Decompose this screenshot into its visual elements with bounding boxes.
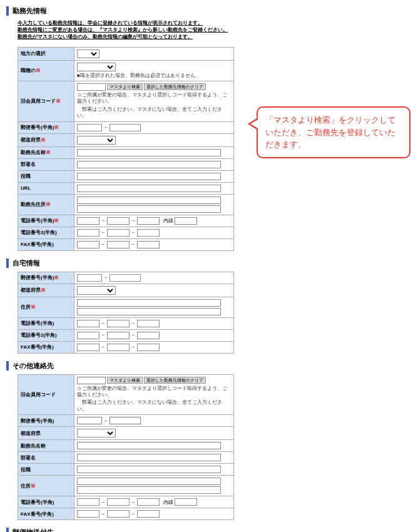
label-other-tel: 電話番号(半角) xyxy=(18,496,74,508)
home-fax-3[interactable] xyxy=(137,344,160,351)
workname-input[interactable] xyxy=(77,149,221,156)
otheraddr2-input[interactable] xyxy=(77,486,221,494)
code-input[interactable] xyxy=(77,83,106,91)
instruction-callout: 「マスタより検索」をクリックしていただき、ご勤務先を登録していただきます。 xyxy=(257,106,410,158)
other-form: 旧会員用コード マスタより検索 選択した勤務先情報のクリア ☆ご所属が変更の場合… xyxy=(18,374,234,521)
label-other-zip: 郵便番号(半角) xyxy=(18,415,74,427)
work-tel-2[interactable] xyxy=(107,217,130,225)
workaddr1-input[interactable] xyxy=(77,197,221,204)
other-dept-input[interactable] xyxy=(77,454,221,461)
label-occupation: 職種の※ xyxy=(18,60,74,81)
label-home-tel: 電話番号(半角) xyxy=(18,317,74,329)
section-title-post: 郵便物送付先 xyxy=(6,528,244,532)
code-note1: ☆ご所属が変更の場合、マスタより選択しコード取得するよう、ご協力ください。 xyxy=(77,92,231,105)
work-zip2-input[interactable] xyxy=(110,124,141,131)
home-tel-3[interactable] xyxy=(137,320,160,327)
label-other-pref: 都道府県 xyxy=(18,427,74,440)
other-tel-ext[interactable] xyxy=(175,498,197,506)
homeaddr1-input[interactable] xyxy=(77,299,221,307)
intro-line1: 今入力している勤務先情報は、学会に登録されている情報が表示されております。 xyxy=(18,19,244,26)
other-code-input[interactable] xyxy=(77,377,106,384)
label-workname: 勤務先名称※ xyxy=(18,146,74,158)
home-fax-1[interactable] xyxy=(77,344,99,351)
home-zip2-input[interactable] xyxy=(110,274,141,282)
label-other-addr: 住所※ xyxy=(18,476,74,496)
home-tel-1[interactable] xyxy=(77,320,99,327)
label-zip: 郵便番号(半角)※ xyxy=(18,121,74,133)
work-zip1-input[interactable] xyxy=(77,124,102,131)
home-fax-2[interactable] xyxy=(107,344,130,351)
label-tel2: 電話番号2(半角) xyxy=(18,227,74,238)
label-home-zip: 郵便番号(半角)※ xyxy=(18,272,74,284)
home-tel2-1[interactable] xyxy=(77,332,99,339)
work-tel-ext[interactable] xyxy=(175,217,197,225)
label-region: 地方の選択 xyxy=(18,47,74,60)
code-note2: 部署はご入力ください。マスタにない場合、全てご入力ください。 xyxy=(77,106,231,120)
section-title-other: その他連絡先 xyxy=(6,361,244,371)
label-position: 役職 xyxy=(18,170,74,182)
other-code-note1: ☆ご所属が変更の場合、マスタより選択しコード取得するよう、ご協力ください。 xyxy=(77,386,231,399)
position-input[interactable] xyxy=(77,173,221,180)
label-dept: 部署名 xyxy=(18,158,74,170)
otheraddr1-input[interactable] xyxy=(77,478,221,485)
other-pref-select[interactable] xyxy=(77,429,116,437)
other-fax-2[interactable] xyxy=(107,510,130,518)
other-master-search-button[interactable]: マスタより検索 xyxy=(107,377,143,384)
work-pref-select[interactable] xyxy=(77,136,116,145)
other-zip2-input[interactable] xyxy=(110,417,141,424)
work-tel-3[interactable] xyxy=(137,217,160,225)
label-fax: FAX番号(半角) xyxy=(18,238,74,250)
label-other-workname: 勤務先名称 xyxy=(18,440,74,452)
work-form: 地方の選択 職種の※ ■職を選択された場合、勤務先は必須ではありません。 旧会員… xyxy=(18,47,234,251)
label-tel: 電話番号(半角)※ xyxy=(18,215,74,227)
label-other-dept: 部署名 xyxy=(18,452,74,464)
label-home-tel2: 電話番号2(半角) xyxy=(18,329,74,341)
home-tel2-2[interactable] xyxy=(107,332,130,339)
clear-selection-button[interactable]: 選択した勤務先情報のクリア xyxy=(144,83,206,90)
other-zip1-input[interactable] xyxy=(77,417,102,424)
intro-block: 今入力している勤務先情報は、学会に登録されている情報が表示されております。 勤務… xyxy=(18,19,244,41)
work-fax-1[interactable] xyxy=(77,241,99,248)
master-search-button[interactable]: マスタより検索 xyxy=(107,83,143,90)
homeaddr2-input[interactable] xyxy=(77,308,221,315)
label-other-position: 役職 xyxy=(18,464,74,476)
label-other-fax: FAX番号(半角) xyxy=(18,508,74,520)
home-zip1-input[interactable] xyxy=(77,274,102,282)
label-home-fax: FAX番号(半角) xyxy=(18,341,74,353)
region-select[interactable] xyxy=(77,49,99,58)
workaddr2-input[interactable] xyxy=(77,205,221,213)
intro-line3: 勤務先がマスタにない場合のみ、勤務先情報の編集が可能となっております。 xyxy=(18,33,244,40)
home-form: 郵便番号(半角)※ － 都道府県※ 住所※ 電話番号(半角) －－ 電話番号2(… xyxy=(18,272,234,354)
other-fax-3[interactable] xyxy=(137,510,160,518)
intro-line2: 勤務先情報にご変更がある場合は、『マスタより検索』から新しい勤務先をご登録くださ… xyxy=(18,26,244,33)
work-tel2-3[interactable] xyxy=(137,229,160,237)
label-other-code: 旧会員用コード xyxy=(18,374,74,415)
work-fax-3[interactable] xyxy=(137,241,160,248)
label-workaddr: 勤務先住所※ xyxy=(18,194,74,215)
work-fax-2[interactable] xyxy=(107,241,130,248)
work-tel2-1[interactable] xyxy=(77,229,99,237)
other-tel-1[interactable] xyxy=(77,498,99,506)
other-fax-1[interactable] xyxy=(77,510,99,518)
home-tel-2[interactable] xyxy=(107,320,130,327)
home-tel2-3[interactable] xyxy=(137,332,160,339)
other-position-input[interactable] xyxy=(77,466,221,473)
label-home-addr: 住所※ xyxy=(18,297,74,317)
other-workname-input[interactable] xyxy=(77,442,221,449)
work-tel2-2[interactable] xyxy=(107,229,130,237)
other-code-note2: 部署はご入力ください。マスタにない場合、全てご入力ください。 xyxy=(77,399,231,412)
other-tel-3[interactable] xyxy=(137,498,160,506)
home-pref-select[interactable] xyxy=(77,286,116,295)
label-home-pref: 都道府県※ xyxy=(18,284,74,297)
other-clear-selection-button[interactable]: 選択した勤務先情報のクリア xyxy=(144,377,206,384)
other-tel-2[interactable] xyxy=(107,498,130,506)
dept-input[interactable] xyxy=(77,161,221,168)
section-title-home: 自宅情報 xyxy=(6,258,244,268)
label-code: 旧会員用コード※ xyxy=(18,81,74,121)
occupation-select[interactable] xyxy=(77,63,116,71)
label-pref: 都道府県※ xyxy=(18,133,74,146)
section-title-work: 勤務先情報 xyxy=(6,6,244,16)
url-input[interactable] xyxy=(77,185,221,192)
occupation-note: ■職を選択された場合、勤務先は必須ではありません。 xyxy=(77,73,231,79)
work-tel-1[interactable] xyxy=(77,217,99,225)
